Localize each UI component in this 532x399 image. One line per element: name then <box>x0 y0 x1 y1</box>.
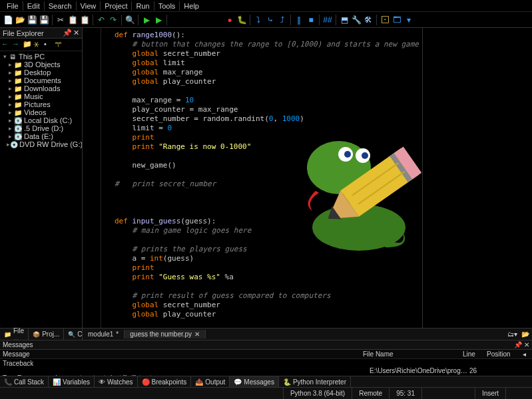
step-over-icon[interactable]: ⤵ <box>253 15 264 25</box>
messages-body[interactable]: Traceback E:\Users\Richie\OneDrive\progr… <box>0 359 532 376</box>
dropdown-icon[interactable]: ▾ <box>403 15 414 25</box>
back-icon[interactable]: ← <box>1 40 11 49</box>
col-line[interactable]: Line <box>463 350 487 358</box>
bookmark-icon[interactable]: ⬒ <box>339 15 350 25</box>
editor-vertical-guide <box>422 28 423 328</box>
debug-tab-breakpoints[interactable]: 🔴Breakpoints <box>138 376 192 387</box>
folder-icon: 💽 <box>13 117 23 124</box>
debug-tab-call-stack[interactable]: 📞Call Stack <box>0 376 49 387</box>
indent-icon[interactable]: ## <box>322 15 333 25</box>
menu-view[interactable]: View <box>76 1 101 11</box>
menu-search[interactable]: Search <box>44 1 76 11</box>
tree-item[interactable]: ▸💽.5 Drive (D:) <box>0 124 82 132</box>
save-all-icon[interactable]: 💾 <box>39 15 49 25</box>
col-message[interactable]: Message <box>3 350 363 358</box>
messages-close-icon[interactable]: ✕ <box>524 341 529 348</box>
tree-item[interactable]: ▸📁Videos <box>0 108 82 116</box>
redo-icon[interactable]: ↷ <box>108 15 119 25</box>
file-tree[interactable]: ▾🖥 This PC ▸📁3D Objects▸📁Desktop▸📁Docume… <box>0 51 82 328</box>
step-out-icon[interactable]: ⤴ <box>277 15 288 25</box>
new-file-icon[interactable]: 📄 <box>3 15 13 25</box>
messages-pin-icon[interactable]: 📌 <box>514 341 522 348</box>
tools-icon[interactable]: 🔧 <box>351 15 362 25</box>
console-icon[interactable]: 🗔 <box>392 15 402 25</box>
tree-item[interactable]: ▸📁Downloads <box>0 84 82 92</box>
tree-item[interactable]: ▸📁Music <box>0 92 82 100</box>
col-filename[interactable]: File Name <box>363 350 463 358</box>
folder-icon: 📁 <box>13 85 23 92</box>
run-config-icon[interactable]: ▶ <box>153 15 164 25</box>
menu-tools[interactable]: Tools <box>154 1 180 11</box>
open-file-icon[interactable]: 📂 <box>521 331 529 338</box>
menu-run[interactable]: Run <box>131 1 153 11</box>
terminal-icon[interactable]: 🞔 <box>380 15 390 25</box>
cut-icon[interactable]: ✂ <box>55 15 66 25</box>
tree-root-label: This PC <box>19 53 45 61</box>
open-folder-icon[interactable]: 📂 <box>15 15 25 25</box>
folder-icon: 📁 <box>13 77 23 84</box>
tree-item-label: Music <box>24 92 43 100</box>
menu-help[interactable]: Help <box>179 1 203 11</box>
tree-item[interactable]: ▸📁Documents <box>0 76 82 84</box>
debug-tab-variables[interactable]: 📊Variables <box>49 376 95 387</box>
sidebar-tab[interactable]: 📦Proj... <box>29 329 64 340</box>
menu-file[interactable]: File <box>3 1 23 11</box>
editor-tabs: module1*guess the number.py✕🗂▾📂 <box>83 328 532 340</box>
status-python[interactable]: Python 3.8 (64-bit) <box>283 388 352 399</box>
search-icon[interactable]: 🔍 <box>125 15 135 25</box>
forward-icon[interactable]: → <box>12 40 21 49</box>
pause-icon[interactable]: ‖ <box>294 15 304 25</box>
stop-icon[interactable]: ■ <box>306 15 316 25</box>
paste-icon[interactable]: 📋 <box>79 15 90 25</box>
home-icon[interactable]: ⚹ <box>33 40 43 49</box>
debug-icon[interactable]: 🐛 <box>236 15 247 25</box>
wrench-icon[interactable]: 🛠 <box>363 15 374 25</box>
tree-item[interactable]: ▸💿DVD RW Drive (G:) <box>0 140 82 148</box>
debug-tabs: 📞Call Stack📊Variables👁Watches🔴Breakpoint… <box>0 376 532 387</box>
run-icon[interactable]: ▶ <box>141 15 152 25</box>
tree-root[interactable]: ▾🖥 This PC <box>0 53 82 61</box>
folder-icon: 📁 <box>13 109 23 116</box>
record-icon[interactable]: ● <box>224 15 235 25</box>
refresh-icon[interactable]: • <box>44 40 53 49</box>
folder-icon: 📁 <box>13 69 23 76</box>
save-icon[interactable]: 💾 <box>27 15 37 25</box>
status-insert[interactable]: Insert <box>475 388 505 399</box>
fold-column <box>101 28 109 328</box>
status-remote[interactable]: Remote <box>352 388 389 399</box>
scroll-left-icon[interactable]: ◂ <box>523 350 529 358</box>
tree-item-label: Downloads <box>24 84 60 92</box>
message-row[interactable]: E:\Users\Richie\OneDrive\progra...26 <box>3 367 529 374</box>
tab-list-icon[interactable]: 🗂▾ <box>507 331 517 338</box>
copy-icon[interactable]: 📋 <box>67 15 78 25</box>
tree-item[interactable]: ▸📁3D Objects <box>0 61 82 68</box>
undo-icon[interactable]: ↶ <box>96 15 107 25</box>
col-position[interactable]: Position <box>487 350 523 358</box>
debug-tab-output[interactable]: 📤Output <box>191 376 230 387</box>
folder-icon: 📁 <box>13 101 23 108</box>
step-into-icon[interactable]: ⤷ <box>265 15 276 25</box>
status-bar: Python 3.8 (64-bit) Remote 95: 31 Insert <box>0 387 532 399</box>
code-lines[interactable]: def range1000(): # button that changes t… <box>109 28 532 328</box>
code-area[interactable]: def range1000(): # button that changes t… <box>83 28 532 328</box>
close-tab-icon[interactable]: ✕ <box>194 331 200 338</box>
tree-item[interactable]: ▸💽Local Disk (C:) <box>0 116 82 124</box>
menu-project[interactable]: Project <box>100 1 131 11</box>
tree-item[interactable]: ▸💽Data (E:) <box>0 132 82 140</box>
up-dir-icon[interactable]: 📁 <box>23 40 32 49</box>
close-panel-icon[interactable]: ✕ <box>73 29 79 37</box>
sidebar-tab[interactable]: 📁File ... <box>0 329 29 340</box>
debug-tab-messages[interactable]: 💬Messages <box>230 376 279 387</box>
filter-icon[interactable]: 🝖 <box>55 40 64 49</box>
tree-item-label: Desktop <box>24 68 51 76</box>
messages-header-row: Message File Name Line Position ◂ <box>0 350 532 359</box>
debug-tab-python-interpreter[interactable]: 🐍Python Interpreter <box>279 376 351 387</box>
message-row[interactable]: Traceback <box>3 360 529 367</box>
debug-tab-watches[interactable]: 👁Watches <box>95 376 138 387</box>
editor-tab[interactable]: module1* <box>83 330 125 338</box>
pin-icon[interactable]: 📌 <box>63 29 72 37</box>
editor-tab[interactable]: guess the number.py✕ <box>125 330 206 338</box>
tree-item[interactable]: ▸📁Desktop <box>0 68 82 76</box>
tree-item[interactable]: ▸📁Pictures <box>0 100 82 108</box>
menu-edit[interactable]: Edit <box>23 1 44 11</box>
